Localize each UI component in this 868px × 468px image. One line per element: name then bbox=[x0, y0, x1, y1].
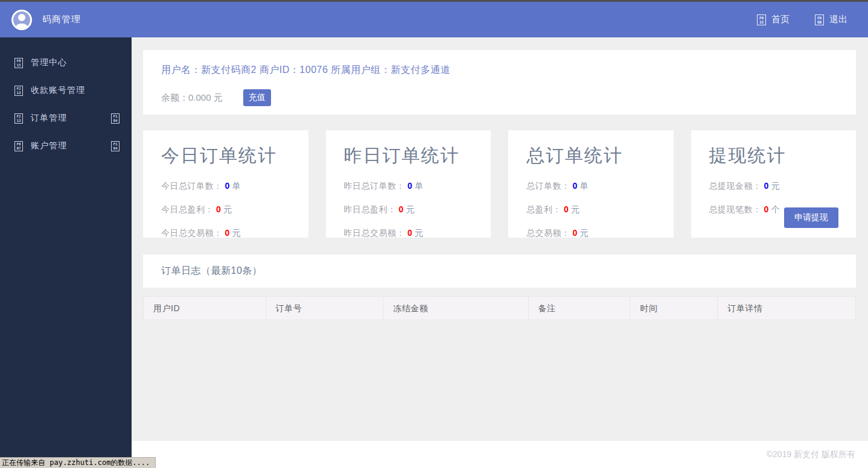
column-header-2: 冻结金额 bbox=[383, 297, 529, 320]
stat-card-title: 提现统计 bbox=[709, 144, 838, 168]
stat-unit: 单 bbox=[232, 181, 241, 191]
avatar bbox=[11, 10, 32, 30]
stat-card-2: 总订单统计总订单数：0单总盈利：0元总交易额：0元 bbox=[508, 130, 674, 238]
stat-value: 0 bbox=[407, 181, 412, 191]
stat-value: 0 bbox=[564, 204, 569, 214]
stat-line: 昨日总交易额：0元 bbox=[344, 228, 473, 239]
stat-label: 总提现笔数： bbox=[709, 204, 762, 214]
stat-card-title: 总订单统计 bbox=[526, 144, 656, 168]
order-log-table-header: 用户ID订单号冻结金额备注时间订单详情 bbox=[143, 296, 856, 320]
column-header-0: 用户ID bbox=[144, 297, 266, 320]
stat-line: 昨日总订单数：0单 bbox=[344, 181, 473, 192]
avatar-person-icon bbox=[18, 14, 25, 21]
column-header-3: 备注 bbox=[529, 297, 631, 320]
stat-line: 总订单数：0单 bbox=[526, 181, 656, 192]
balance-text: 余额：0.000 元 bbox=[161, 92, 223, 104]
stat-unit: 元 bbox=[771, 181, 780, 191]
sidebar: F015管理中心F213收款账号管理F213订单管理F104F007账户管理F1… bbox=[0, 37, 132, 458]
home-icon: F015 bbox=[14, 58, 23, 68]
user-info-card: 用户名：新支付码商2 商户ID：10076 所属用户组：新支付多通道 余额：0.… bbox=[143, 50, 856, 115]
stat-line: 今日总交易额：0元 bbox=[161, 228, 290, 239]
recharge-button[interactable]: 充值 bbox=[243, 89, 271, 106]
app-title: 码商管理 bbox=[42, 14, 81, 25]
stat-label: 昨日总盈利： bbox=[344, 204, 397, 214]
home-icon: F015 bbox=[757, 14, 766, 25]
stat-label: 总交易额： bbox=[526, 228, 570, 238]
order-log-card: 订单日志（最新10条） bbox=[143, 255, 856, 288]
stat-label: 总盈利： bbox=[526, 204, 561, 214]
sidebar-item-admin-center[interactable]: F015管理中心 bbox=[0, 49, 132, 77]
stat-value: 0 bbox=[573, 181, 578, 191]
stat-value: 0 bbox=[764, 181, 769, 191]
sidebar-item-label: 订单管理 bbox=[31, 113, 67, 124]
stat-label: 总提现金额： bbox=[709, 181, 762, 191]
sidebar-item-label: 收款账号管理 bbox=[31, 85, 85, 96]
sidebar-item-order-management[interactable]: F213订单管理F104 bbox=[0, 104, 132, 132]
stat-unit: 元 bbox=[223, 204, 232, 214]
stat-line: 总盈利：0元 bbox=[526, 204, 656, 215]
stat-value: 0 bbox=[399, 204, 404, 214]
stat-unit: 元 bbox=[232, 228, 241, 238]
stat-value: 0 bbox=[764, 204, 769, 214]
stat-unit: 单 bbox=[580, 181, 589, 191]
stat-label: 昨日总交易额： bbox=[344, 228, 406, 238]
stat-unit: 元 bbox=[406, 204, 415, 214]
stat-card-title: 今日订单统计 bbox=[161, 144, 290, 168]
list-icon: F213 bbox=[14, 113, 23, 124]
stat-card-1: 昨日订单统计昨日总订单数：0单昨日总盈利：0元昨日总交易额：0元 bbox=[326, 130, 491, 238]
browser-status-bar: 正在传输来自 pay.zzhuti.com的数据.... bbox=[0, 457, 156, 468]
header-nav-label: 首页 bbox=[771, 14, 790, 25]
main-content: 用户名：新支付码商2 商户ID：10076 所属用户组：新支付多通道 余额：0.… bbox=[132, 37, 868, 441]
stat-value: 0 bbox=[225, 181, 230, 191]
stat-line: 总提现金额：0元 bbox=[709, 181, 838, 192]
sidebar-item-account-management[interactable]: F007账户管理F104 bbox=[0, 132, 132, 160]
order-log-title: 订单日志（最新10条） bbox=[161, 265, 262, 277]
stat-unit: 元 bbox=[415, 228, 424, 238]
header-nav-home[interactable]: F015首页 bbox=[757, 14, 790, 25]
stat-cards-row: 今日订单统计今日总订单数：0单今日总盈利：0元今日总交易额：0元昨日订单统计昨日… bbox=[143, 130, 856, 238]
stat-line: 今日总盈利：0元 bbox=[161, 204, 290, 215]
stat-label: 昨日总订单数： bbox=[344, 181, 406, 191]
column-header-5: 订单详情 bbox=[718, 297, 855, 320]
footer: ©2019 新支付 版权所有 bbox=[132, 441, 868, 468]
stat-label: 今日总订单数： bbox=[161, 181, 223, 191]
header-nav-label: 退出 bbox=[829, 14, 847, 25]
column-header-4: 时间 bbox=[630, 297, 718, 320]
header: 码商管理 F015首页F08B退出 bbox=[0, 2, 868, 37]
withdraw-button[interactable]: 申请提现 bbox=[784, 207, 838, 228]
column-header-1: 订单号 bbox=[266, 297, 384, 320]
header-nav-logout[interactable]: F08B退出 bbox=[815, 14, 847, 25]
logout-icon: F08B bbox=[815, 14, 824, 25]
stat-line: 今日总订单数：0单 bbox=[161, 181, 290, 192]
stat-unit: 元 bbox=[580, 228, 589, 238]
stat-line: 总交易额：0元 bbox=[526, 228, 656, 239]
sidebar-item-payment-accounts[interactable]: F213收款账号管理 bbox=[0, 77, 132, 104]
stat-card-0: 今日订单统计今日总订单数：0单今日总盈利：0元今日总交易额：0元 bbox=[143, 130, 308, 238]
header-nav: F015首页F08B退出 bbox=[757, 14, 847, 25]
sidebar-item-label: 管理中心 bbox=[31, 57, 67, 68]
stat-unit: 个 bbox=[771, 204, 780, 214]
sidebar-item-label: 账户管理 bbox=[31, 141, 67, 151]
card-icon: F213 bbox=[14, 86, 23, 96]
copyright-text: ©2019 新支付 版权所有 bbox=[767, 449, 855, 460]
chevron-left-icon: F104 bbox=[111, 141, 120, 151]
stat-label: 总订单数： bbox=[526, 181, 570, 191]
stat-line: 昨日总盈利：0元 bbox=[344, 204, 473, 215]
stat-label: 今日总盈利： bbox=[161, 204, 214, 214]
stat-value: 0 bbox=[225, 228, 230, 238]
stat-unit: 元 bbox=[571, 204, 580, 214]
stat-label: 今日总交易额： bbox=[161, 228, 223, 238]
chevron-left-icon: F104 bbox=[111, 113, 120, 124]
user-info-line: 用户名：新支付码商2 商户ID：10076 所属用户组：新支付多通道 bbox=[161, 64, 838, 77]
stat-unit: 单 bbox=[415, 181, 424, 191]
user-icon: F007 bbox=[14, 141, 23, 151]
stat-value: 0 bbox=[216, 204, 221, 214]
stat-value: 0 bbox=[407, 228, 412, 238]
stat-card-3: 提现统计总提现金额：0元总提现笔数：0个申请提现 bbox=[691, 130, 857, 238]
stat-card-title: 昨日订单统计 bbox=[344, 144, 473, 168]
stat-value: 0 bbox=[573, 228, 578, 238]
